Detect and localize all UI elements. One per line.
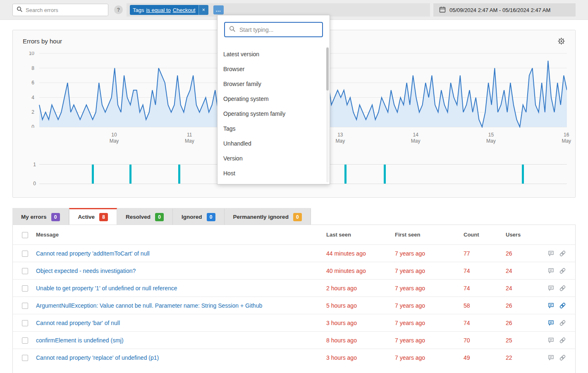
- row-checkbox[interactable]: [22, 285, 28, 292]
- row-checkbox[interactable]: [22, 251, 28, 257]
- last-seen-value: 2 hours ago: [326, 285, 395, 292]
- dropdown-search-input[interactable]: [239, 26, 318, 33]
- table-row: Unable to get property '1' of undefined …: [13, 279, 575, 296]
- deployment-bar[interactable]: [344, 165, 347, 184]
- link-icon[interactable]: [559, 302, 566, 309]
- filter-tag-pill[interactable]: Tags is equal to Checkout ×: [130, 5, 208, 15]
- tab-label: Resolved: [126, 214, 151, 220]
- tab-label: Permanently ignored: [233, 214, 289, 220]
- tab-count-badge: 0: [293, 213, 302, 221]
- users-value: 26: [506, 320, 547, 326]
- comment-icon[interactable]: [547, 337, 555, 344]
- link-icon[interactable]: [559, 268, 566, 274]
- x-axis-label: 15May: [486, 132, 496, 144]
- dropdown-item-browser-family[interactable]: Browser family: [218, 77, 325, 91]
- search-icon: [229, 26, 236, 34]
- row-checkbox[interactable]: [22, 268, 28, 274]
- filter-tag-name: Tags: [133, 7, 144, 13]
- tab-ignored[interactable]: Ignored0: [173, 208, 225, 225]
- help-button[interactable]: ?: [114, 5, 123, 14]
- count-value: 74: [464, 285, 506, 292]
- error-message-link[interactable]: Object expected - needs investigation?: [36, 268, 326, 274]
- link-icon[interactable]: [559, 320, 566, 326]
- col-header-count[interactable]: Count: [464, 232, 506, 238]
- link-icon[interactable]: [559, 285, 566, 292]
- error-table: Message Last seen First seen Count Users…: [12, 225, 576, 373]
- deployment-bar[interactable]: [92, 165, 94, 184]
- gear-icon[interactable]: [557, 37, 565, 45]
- comment-icon[interactable]: [547, 302, 555, 309]
- dropdown-scrollbar-thumb[interactable]: [326, 48, 329, 91]
- row-checkbox[interactable]: [22, 320, 28, 326]
- users-value: 24: [506, 268, 547, 274]
- filter-tag-value[interactable]: Checkout: [173, 7, 196, 13]
- col-header-message[interactable]: Message: [36, 232, 326, 238]
- dropdown-scrollbar[interactable]: [326, 47, 329, 182]
- comment-icon[interactable]: [547, 268, 555, 274]
- col-header-last-seen[interactable]: Last seen: [326, 232, 395, 238]
- users-value: 26: [506, 250, 547, 257]
- first-seen-value: 7 years ago: [395, 302, 464, 309]
- tab-my-errors[interactable]: My errors0: [12, 208, 69, 225]
- link-icon[interactable]: [559, 250, 566, 257]
- error-message-link[interactable]: confirmElement is undefined (smj): [36, 337, 326, 344]
- comment-icon[interactable]: [547, 285, 555, 292]
- link-icon[interactable]: [559, 354, 566, 361]
- error-message-link[interactable]: Cannot read property 'addItemToCart' of …: [36, 250, 326, 257]
- comment-icon[interactable]: [547, 354, 555, 361]
- deployment-bar[interactable]: [384, 165, 386, 184]
- x-axis-label: 13May: [336, 132, 345, 144]
- dropdown-item-tags[interactable]: Tags: [218, 121, 325, 136]
- dropdown-item-host[interactable]: Host: [218, 166, 325, 181]
- users-value: 25: [506, 337, 547, 344]
- y-axis-tick: 2: [31, 109, 34, 115]
- users-value: 26: [506, 302, 547, 309]
- last-seen-value: 44 minutes ago: [326, 250, 395, 257]
- table-row: Cannot read property 'addItemToCart' of …: [13, 244, 575, 262]
- select-all-checkbox[interactable]: [22, 232, 28, 238]
- tab-resolved[interactable]: Resolved0: [117, 208, 173, 225]
- tab-active[interactable]: Active8: [69, 208, 117, 225]
- table-row: Cannot read property 'replace' of undefi…: [13, 349, 575, 366]
- dropdown-item-operating-system[interactable]: Operating system: [218, 91, 325, 106]
- comment-icon[interactable]: [547, 320, 555, 326]
- add-filter-button[interactable]: ...: [213, 5, 224, 14]
- strip-tick-1: 1: [27, 162, 36, 167]
- error-message-link[interactable]: Cannot read property 'bar' of null: [36, 320, 326, 326]
- error-message-link[interactable]: Unable to get property '1' of undefined …: [36, 285, 326, 292]
- dropdown-item-operating-system-family[interactable]: Operating system family: [218, 106, 325, 121]
- col-header-first-seen[interactable]: First seen: [395, 232, 464, 238]
- filter-tag-close-icon[interactable]: ×: [198, 5, 208, 15]
- tab-permanently-ignored[interactable]: Permanently ignored0: [225, 208, 311, 225]
- deployment-bar[interactable]: [522, 165, 524, 184]
- tabs: My errors0Active8Resolved0Ignored0Perman…: [12, 208, 311, 225]
- tab-count-badge: 8: [99, 213, 108, 221]
- first-seen-value: 7 years ago: [395, 285, 464, 292]
- count-value: 58: [464, 302, 506, 309]
- deployment-bar[interactable]: [129, 165, 131, 184]
- count-value: 77: [464, 250, 506, 257]
- row-checkbox[interactable]: [22, 355, 28, 361]
- y-axis-tick: 8: [31, 65, 34, 71]
- x-axis-label: 16May: [562, 132, 571, 144]
- search-input[interactable]: [26, 7, 104, 13]
- error-message-link[interactable]: ArgumentNullException: Value cannot be n…: [36, 302, 326, 309]
- filter-tag-operator[interactable]: is equal to: [146, 7, 170, 13]
- link-icon[interactable]: [559, 337, 566, 344]
- dropdown-item-version[interactable]: Version: [218, 151, 325, 166]
- first-seen-value: 7 years ago: [395, 268, 464, 274]
- comment-icon[interactable]: [547, 250, 555, 257]
- dropdown-item-latest-version[interactable]: Latest version: [218, 47, 325, 62]
- users-value: 24: [506, 285, 547, 292]
- error-message-link[interactable]: Cannot read property 'replace' of undefi…: [36, 354, 326, 361]
- dropdown-item-browser[interactable]: Browser: [218, 62, 325, 77]
- y-axis-tick: 4: [31, 95, 34, 100]
- col-header-users[interactable]: Users: [506, 232, 547, 238]
- row-checkbox[interactable]: [22, 303, 28, 309]
- y-axis-tick: 6: [31, 80, 34, 86]
- dropdown-item-unhandled[interactable]: Unhandled: [218, 136, 325, 151]
- date-range-picker[interactable]: 05/09/2024 2:47 AM - 05/16/2024 2:47 AM: [433, 3, 576, 17]
- deployment-bar[interactable]: [178, 165, 180, 184]
- tab-count-badge: 0: [155, 213, 164, 221]
- row-checkbox[interactable]: [22, 337, 28, 344]
